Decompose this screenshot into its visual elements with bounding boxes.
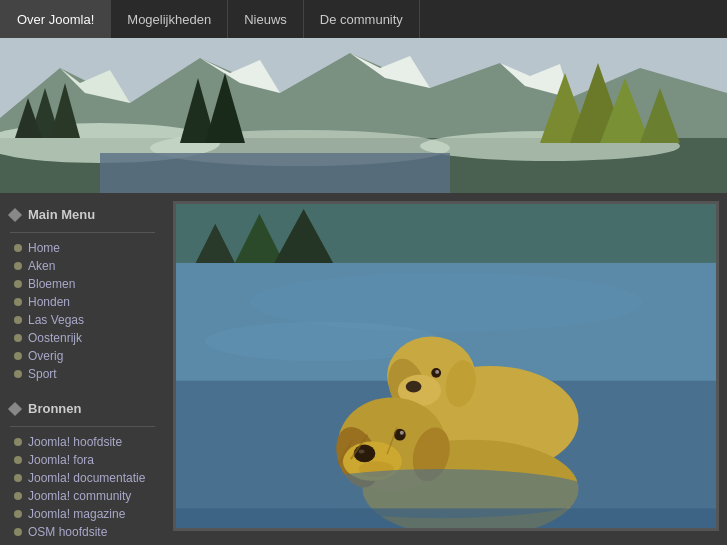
- sidebar-item-joomla-fora: Joomla! fora: [0, 451, 165, 469]
- nav-item-mogelijkheden[interactable]: Mogelijkheden: [111, 0, 228, 38]
- sidebar-divider-1: [10, 232, 155, 233]
- bullet-icon: [14, 316, 22, 324]
- sidebar-mainmenu-header: Main Menu: [0, 201, 165, 226]
- sidebar-item-joomla-documentatie: Joomla! documentatie: [0, 469, 165, 487]
- bullet-icon: [14, 262, 22, 270]
- diamond-icon: [8, 207, 22, 221]
- svg-point-34: [406, 381, 422, 393]
- bullet-icon: [14, 510, 22, 518]
- sidebar-item-joomla-community: Joomla! community: [0, 487, 165, 505]
- bullet-icon: [14, 492, 22, 500]
- sidebar-item-bloemen: Bloemen: [0, 275, 165, 293]
- sidebar-link-osm-hoofdsite[interactable]: OSM hoofdsite: [28, 525, 107, 539]
- svg-point-46: [400, 431, 404, 435]
- sidebar-item-aken: Aken: [0, 257, 165, 275]
- sidebar-link-bloemen[interactable]: Bloemen: [28, 277, 75, 291]
- sidebar-item-joomla-hoofdsite: Joomla! hoofdsite: [0, 433, 165, 451]
- sidebar-link-home[interactable]: Home: [28, 241, 60, 255]
- content-image: [173, 201, 719, 531]
- sidebar-item-administrator: Administrator: [0, 541, 165, 545]
- svg-rect-19: [100, 153, 450, 193]
- sidebar-bronnen-links: Joomla! hoofdsiteJoomla! foraJoomla! doc…: [0, 433, 165, 545]
- sidebar-item-osm-hoofdsite: OSM hoofdsite: [0, 523, 165, 541]
- sidebar-bronnen-title: Bronnen: [28, 401, 81, 416]
- bullet-icon: [14, 456, 22, 464]
- sidebar-mainmenu-title: Main Menu: [28, 207, 95, 222]
- hero-banner: [0, 38, 727, 193]
- main-content: Main Menu HomeAkenBloemenHondenLas Vegas…: [0, 193, 727, 545]
- sidebar-link-aken[interactable]: Aken: [28, 259, 55, 273]
- sidebar-item-las-vegas: Las Vegas: [0, 311, 165, 329]
- sidebar-link-joomla-fora[interactable]: Joomla! fora: [28, 453, 94, 467]
- sidebar-link-joomla-magazine[interactable]: Joomla! magazine: [28, 507, 125, 521]
- sidebar-item-overig: Overig: [0, 347, 165, 365]
- sidebar-bronnen-header: Bronnen: [0, 395, 165, 420]
- svg-rect-52: [176, 508, 716, 528]
- svg-point-44: [359, 449, 365, 453]
- bullet-icon: [14, 334, 22, 342]
- sidebar-link-honden[interactable]: Honden: [28, 295, 70, 309]
- sidebar-item-oostenrijk: Oostenrijk: [0, 329, 165, 347]
- svg-point-43: [354, 445, 376, 463]
- bullet-icon: [14, 298, 22, 306]
- nav-item-over-joomla[interactable]: Over Joomla!: [0, 0, 111, 38]
- sidebar-link-las-vegas[interactable]: Las Vegas: [28, 313, 84, 327]
- bullet-icon: [14, 244, 22, 252]
- sidebar-link-joomla-community[interactable]: Joomla! community: [28, 489, 131, 503]
- sidebar-link-sport[interactable]: Sport: [28, 367, 57, 381]
- bullet-icon: [14, 370, 22, 378]
- bullet-icon: [14, 474, 22, 482]
- bullet-icon: [14, 352, 22, 360]
- content-area: [165, 193, 727, 545]
- bullet-icon: [14, 280, 22, 288]
- sidebar: Main Menu HomeAkenBloemenHondenLas Vegas…: [0, 193, 165, 545]
- sidebar-item-home: Home: [0, 239, 165, 257]
- top-navigation: Over Joomla!MogelijkhedenNieuwsDe commun…: [0, 0, 727, 38]
- sidebar-mainmenu-section: Main Menu HomeAkenBloemenHondenLas Vegas…: [0, 201, 165, 383]
- svg-point-36: [435, 370, 439, 374]
- sidebar-item-honden: Honden: [0, 293, 165, 311]
- nav-item-de-community[interactable]: De community: [304, 0, 420, 38]
- sidebar-link-overig[interactable]: Overig: [28, 349, 63, 363]
- sidebar-link-joomla-hoofdsite[interactable]: Joomla! hoofdsite: [28, 435, 122, 449]
- sidebar-main-links: HomeAkenBloemenHondenLas VegasOostenrijk…: [0, 239, 165, 383]
- sidebar-link-joomla-documentatie[interactable]: Joomla! documentatie: [28, 471, 145, 485]
- bullet-icon: [14, 528, 22, 536]
- sidebar-divider-2: [10, 426, 155, 427]
- sidebar-item-sport: Sport: [0, 365, 165, 383]
- bullet-icon: [14, 438, 22, 446]
- sidebar-bronnen-section: Bronnen Joomla! hoofdsiteJoomla! foraJoo…: [0, 395, 165, 545]
- diamond-icon-2: [8, 401, 22, 415]
- sidebar-item-joomla-magazine: Joomla! magazine: [0, 505, 165, 523]
- nav-item-nieuws[interactable]: Nieuws: [228, 0, 304, 38]
- sidebar-link-oostenrijk[interactable]: Oostenrijk: [28, 331, 82, 345]
